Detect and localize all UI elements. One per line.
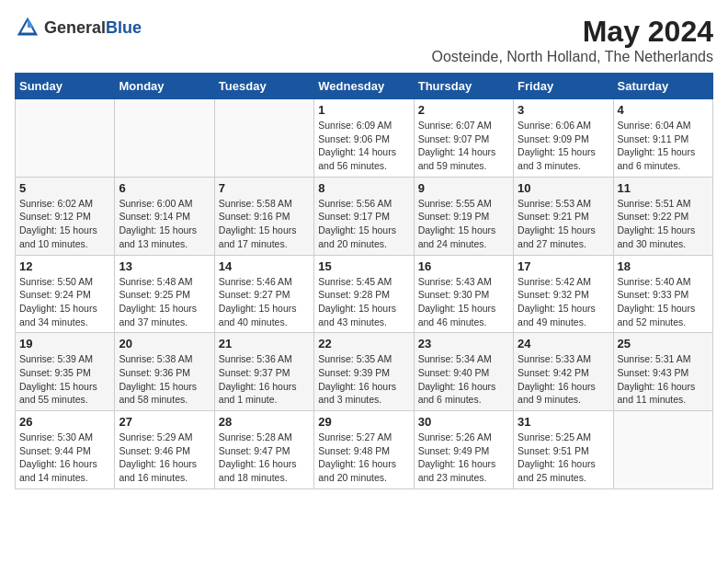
calendar-cell: 28Sunrise: 5:28 AMSunset: 9:47 PMDayligh… [214, 411, 313, 489]
calendar-week-row: 1Sunrise: 6:09 AMSunset: 9:06 PMDaylight… [16, 99, 713, 178]
day-info: Sunrise: 5:56 AMSunset: 9:17 PMDaylight:… [318, 197, 409, 251]
day-number: 27 [119, 415, 210, 429]
calendar-cell: 20Sunrise: 5:38 AMSunset: 9:36 PMDayligh… [115, 333, 214, 411]
calendar-cell: 2Sunrise: 6:07 AMSunset: 9:07 PMDaylight… [414, 99, 513, 178]
calendar-cell: 8Sunrise: 5:56 AMSunset: 9:17 PMDaylight… [314, 177, 414, 255]
calendar-cell: 7Sunrise: 5:58 AMSunset: 9:16 PMDaylight… [214, 177, 313, 255]
day-info: Sunrise: 5:40 AMSunset: 9:33 PMDaylight:… [618, 275, 709, 329]
logo: GeneralBlue [15, 15, 142, 40]
day-info: Sunrise: 5:30 AMSunset: 9:44 PMDaylight:… [19, 431, 110, 485]
day-of-week-monday: Monday [115, 74, 214, 99]
day-number: 15 [318, 259, 409, 273]
day-info: Sunrise: 6:09 AMSunset: 9:06 PMDaylight:… [318, 119, 409, 173]
day-number: 19 [19, 337, 110, 350]
day-number: 23 [418, 337, 509, 350]
calendar-cell: 12Sunrise: 5:50 AMSunset: 9:24 PMDayligh… [16, 255, 115, 333]
calendar-cell: 17Sunrise: 5:42 AMSunset: 9:32 PMDayligh… [514, 255, 613, 333]
day-info: Sunrise: 5:46 AMSunset: 9:27 PMDaylight:… [219, 275, 310, 329]
day-of-week-tuesday: Tuesday [214, 74, 313, 99]
calendar-cell: 10Sunrise: 5:53 AMSunset: 9:21 PMDayligh… [514, 177, 613, 255]
day-number: 24 [518, 337, 609, 350]
day-number: 30 [418, 415, 509, 429]
day-number: 18 [618, 259, 709, 273]
logo-text-blue: Blue [106, 18, 142, 37]
day-number: 29 [318, 415, 409, 429]
day-number: 5 [19, 181, 110, 195]
day-info: Sunrise: 5:51 AMSunset: 9:22 PMDaylight:… [618, 197, 709, 251]
calendar-week-row: 12Sunrise: 5:50 AMSunset: 9:24 PMDayligh… [16, 255, 713, 333]
calendar-cell: 18Sunrise: 5:40 AMSunset: 9:33 PMDayligh… [613, 255, 712, 333]
day-info: Sunrise: 6:02 AMSunset: 9:12 PMDaylight:… [19, 197, 110, 251]
day-info: Sunrise: 5:35 AMSunset: 9:39 PMDaylight:… [318, 352, 409, 407]
day-number: 14 [219, 259, 310, 273]
day-info: Sunrise: 5:42 AMSunset: 9:32 PMDaylight:… [518, 275, 609, 329]
day-info: Sunrise: 5:33 AMSunset: 9:42 PMDaylight:… [518, 352, 609, 407]
calendar-cell: 14Sunrise: 5:46 AMSunset: 9:27 PMDayligh… [214, 255, 313, 333]
day-number: 25 [618, 337, 709, 350]
day-number: 1 [318, 103, 409, 117]
calendar-cell: 27Sunrise: 5:29 AMSunset: 9:46 PMDayligh… [115, 411, 214, 489]
calendar-cell [16, 99, 115, 178]
svg-marker-2 [28, 17, 34, 28]
calendar-cell: 31Sunrise: 5:25 AMSunset: 9:51 PMDayligh… [514, 411, 613, 489]
day-number: 26 [19, 415, 110, 429]
day-info: Sunrise: 5:53 AMSunset: 9:21 PMDaylight:… [518, 197, 609, 251]
calendar-cell: 13Sunrise: 5:48 AMSunset: 9:25 PMDayligh… [115, 255, 214, 333]
day-info: Sunrise: 5:27 AMSunset: 9:48 PMDaylight:… [318, 431, 409, 485]
calendar-cell: 1Sunrise: 6:09 AMSunset: 9:06 PMDaylight… [314, 99, 414, 178]
day-info: Sunrise: 5:38 AMSunset: 9:36 PMDaylight:… [119, 352, 210, 407]
calendar-cell: 25Sunrise: 5:31 AMSunset: 9:43 PMDayligh… [613, 333, 712, 411]
subtitle: Oosteinde, North Holland, The Netherland… [431, 49, 713, 65]
day-info: Sunrise: 5:26 AMSunset: 9:49 PMDaylight:… [418, 431, 509, 485]
logo-icon [15, 15, 40, 40]
day-of-week-thursday: Thursday [414, 74, 513, 99]
calendar-cell: 19Sunrise: 5:39 AMSunset: 9:35 PMDayligh… [16, 333, 115, 411]
day-number: 4 [618, 103, 709, 117]
calendar-cell [214, 99, 313, 178]
calendar-cell [613, 411, 712, 489]
day-number: 16 [418, 259, 509, 273]
calendar-cell: 30Sunrise: 5:26 AMSunset: 9:49 PMDayligh… [414, 411, 513, 489]
day-info: Sunrise: 5:58 AMSunset: 9:16 PMDaylight:… [219, 197, 310, 251]
day-info: Sunrise: 6:04 AMSunset: 9:11 PMDaylight:… [618, 119, 709, 173]
calendar-header-row: SundayMondayTuesdayWednesdayThursdayFrid… [16, 74, 713, 99]
calendar-cell: 29Sunrise: 5:27 AMSunset: 9:48 PMDayligh… [314, 411, 414, 489]
calendar-cell: 9Sunrise: 5:55 AMSunset: 9:19 PMDaylight… [414, 177, 513, 255]
day-info: Sunrise: 5:31 AMSunset: 9:43 PMDaylight:… [618, 352, 709, 407]
calendar-week-row: 5Sunrise: 6:02 AMSunset: 9:12 PMDaylight… [16, 177, 713, 255]
page-header: GeneralBlue May 2024 Oosteinde, North Ho… [15, 15, 713, 65]
day-of-week-friday: Friday [514, 74, 613, 99]
calendar-cell: 6Sunrise: 6:00 AMSunset: 9:14 PMDaylight… [115, 177, 214, 255]
main-title: May 2024 [431, 15, 713, 49]
day-number: 22 [318, 337, 409, 350]
day-info: Sunrise: 6:00 AMSunset: 9:14 PMDaylight:… [119, 197, 210, 251]
calendar-cell: 15Sunrise: 5:45 AMSunset: 9:28 PMDayligh… [314, 255, 414, 333]
day-info: Sunrise: 5:29 AMSunset: 9:46 PMDaylight:… [119, 431, 210, 485]
day-info: Sunrise: 5:25 AMSunset: 9:51 PMDaylight:… [518, 431, 609, 485]
day-info: Sunrise: 5:45 AMSunset: 9:28 PMDaylight:… [318, 275, 409, 329]
day-of-week-sunday: Sunday [16, 74, 115, 99]
day-number: 9 [418, 181, 509, 195]
calendar-cell: 24Sunrise: 5:33 AMSunset: 9:42 PMDayligh… [514, 333, 613, 411]
calendar-week-row: 19Sunrise: 5:39 AMSunset: 9:35 PMDayligh… [16, 333, 713, 411]
day-number: 3 [518, 103, 609, 117]
day-info: Sunrise: 5:34 AMSunset: 9:40 PMDaylight:… [418, 352, 509, 407]
calendar-cell: 11Sunrise: 5:51 AMSunset: 9:22 PMDayligh… [613, 177, 712, 255]
day-number: 7 [219, 181, 310, 195]
day-number: 17 [518, 259, 609, 273]
title-block: May 2024 Oosteinde, North Holland, The N… [431, 15, 713, 65]
day-number: 20 [119, 337, 210, 350]
day-number: 11 [618, 181, 709, 195]
day-info: Sunrise: 6:07 AMSunset: 9:07 PMDaylight:… [418, 119, 509, 173]
day-number: 8 [318, 181, 409, 195]
day-number: 13 [119, 259, 210, 273]
day-number: 6 [119, 181, 210, 195]
day-number: 12 [19, 259, 110, 273]
day-of-week-saturday: Saturday [613, 74, 712, 99]
day-info: Sunrise: 6:06 AMSunset: 9:09 PMDaylight:… [518, 119, 609, 173]
calendar-cell: 16Sunrise: 5:43 AMSunset: 9:30 PMDayligh… [414, 255, 513, 333]
calendar-cell: 3Sunrise: 6:06 AMSunset: 9:09 PMDaylight… [514, 99, 613, 178]
day-info: Sunrise: 5:39 AMSunset: 9:35 PMDaylight:… [19, 352, 110, 407]
day-info: Sunrise: 5:43 AMSunset: 9:30 PMDaylight:… [418, 275, 509, 329]
calendar-cell: 23Sunrise: 5:34 AMSunset: 9:40 PMDayligh… [414, 333, 513, 411]
